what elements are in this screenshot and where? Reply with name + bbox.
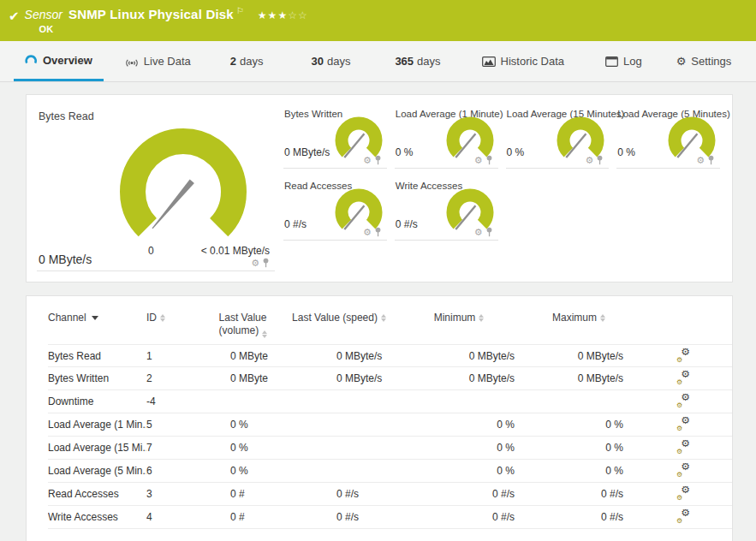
channel-gear-icon[interactable]: ⚙ <box>696 156 705 165</box>
channel-gear-icon[interactable]: ⚙ <box>363 156 372 165</box>
gauge-dial <box>665 115 718 161</box>
pin-icon[interactable] <box>374 227 382 237</box>
pin-icon[interactable] <box>485 155 493 165</box>
cell-last_volume: 0 # <box>202 488 283 500</box>
cell-last_speed: 0 #/s <box>283 511 395 523</box>
gauge-read-accesses: Read Accesses0 #/s⚙ <box>283 177 387 241</box>
cell-channel: Load Average (5 Min... <box>48 465 146 477</box>
tab-label: days <box>417 55 440 68</box>
column-header-label: Channel <box>48 312 86 324</box>
tab-30-days[interactable]: 30days <box>300 41 361 81</box>
pin-icon[interactable] <box>485 227 493 237</box>
page-title: SNMP Linux Physical Disk <box>68 7 234 21</box>
priority-star-filled-icon[interactable]: ★ <box>277 9 288 21</box>
channel-settings-icon[interactable]: ⚙⚙ <box>676 417 690 430</box>
broadcast-icon <box>125 56 139 67</box>
channel-settings-icon[interactable]: ⚙⚙ <box>676 371 690 383</box>
gauge-scale-min: 0 <box>148 245 154 257</box>
priority-star-filled-icon[interactable]: ★ <box>258 9 268 21</box>
sort-icon[interactable] <box>600 314 605 322</box>
cell-max: 0 % <box>523 442 634 454</box>
column-header[interactable]: Channel <box>48 312 146 324</box>
pin-icon[interactable] <box>596 155 604 165</box>
column-header[interactable]: Last Value(volume) <box>202 312 283 338</box>
cell-max: 0 #/s <box>523 488 634 500</box>
gauge-dial <box>332 115 385 161</box>
channel-table-body: Bytes Read10 MByte0 MByte/s0 MByte/s0 MB… <box>48 344 732 529</box>
cell-last_speed: 0 MByte/s <box>283 372 395 384</box>
gauge-load-average-5-minutes: Load Average (5 Minutes)0 %⚙ <box>616 105 720 169</box>
tab-number: 2 <box>230 55 236 68</box>
tab-2-days[interactable]: 2days <box>219 41 275 81</box>
cell-channel: Write Accesses <box>48 511 146 523</box>
column-header-label: Last Value (speed) <box>292 312 378 324</box>
cell-min: 0 #/s <box>395 511 523 523</box>
tab-live-data[interactable]: Live Data <box>114 41 202 81</box>
column-header[interactable]: Last Value (speed) <box>283 312 395 324</box>
table-row[interactable]: Downtime-4⚙⚙ <box>48 390 732 413</box>
tab-historic-data[interactable]: Historic Data <box>471 41 575 81</box>
priority-flag-icon: ⚐ <box>236 6 244 15</box>
settings-gear-icon: ⚙ <box>676 55 687 68</box>
tab-settings[interactable]: ⚙Settings <box>665 41 743 81</box>
gauge-dial <box>443 187 497 233</box>
column-header[interactable]: ID <box>146 312 202 324</box>
priority-star-empty-icon[interactable]: ☆ <box>298 9 308 21</box>
table-row[interactable]: Load Average (5 Min...60 %0 %0 %⚙⚙ <box>48 460 732 483</box>
cell-actions: ⚙⚙ <box>634 509 732 525</box>
cell-actions: ⚙⚙ <box>634 394 732 409</box>
gauge-needle <box>150 180 193 231</box>
channel-gear-icon[interactable]: ⚙ <box>474 156 483 165</box>
cell-max: 0 MByte/s <box>523 350 634 362</box>
table-row[interactable]: Bytes Written20 MByte0 MByte/s0 MByte/s0… <box>48 367 732 390</box>
gauges-panel: Bytes Read 0 < 0.01 MByte/s 0 MByte/s ⚙ … <box>26 94 733 282</box>
tab-label: Historic Data <box>501 55 564 68</box>
priority-stars[interactable]: ★★★☆☆ <box>258 9 308 21</box>
table-row[interactable]: Read Accesses30 #0 #/s0 #/s0 #/s⚙⚙ <box>48 483 732 506</box>
sort-icon[interactable] <box>479 314 484 322</box>
tab-overview[interactable]: Overview <box>14 41 104 81</box>
channel-settings-icon[interactable]: ⚙⚙ <box>676 394 690 407</box>
tab-log[interactable]: Log <box>594 41 653 81</box>
channel-table-header: ChannelIDLast Value(volume) Last Value (… <box>48 308 732 344</box>
sort-icon[interactable] <box>160 314 165 322</box>
cell-channel: Bytes Written <box>48 372 146 384</box>
pin-icon[interactable] <box>707 155 715 165</box>
cell-channel: Read Accesses <box>48 488 146 500</box>
channel-settings-icon[interactable]: ⚙⚙ <box>676 440 690 453</box>
channel-settings-icon[interactable]: ⚙⚙ <box>676 486 690 499</box>
column-header[interactable]: Minimum <box>395 312 523 324</box>
cell-last_volume: 0 # <box>202 511 283 523</box>
tab-number: 30 <box>311 55 323 68</box>
table-row[interactable]: Bytes Read10 MByte0 MByte/s0 MByte/s0 MB… <box>48 344 732 367</box>
table-row[interactable]: Load Average (1 Min...50 %0 %0 %⚙⚙ <box>48 413 732 437</box>
channel-gear-icon[interactable]: ⚙ <box>474 228 483 237</box>
channel-gear-icon[interactable]: ⚙ <box>363 228 372 237</box>
channel-gear-icon[interactable]: ⚙ <box>251 259 259 268</box>
cell-max: 0 MByte/s <box>523 372 634 384</box>
channel-settings-icon[interactable]: ⚙⚙ <box>676 509 690 522</box>
tab-label: Settings <box>691 55 731 68</box>
pin-icon[interactable] <box>374 155 382 165</box>
gauge-value: 0 MByte/s <box>39 253 92 266</box>
gauge-dial <box>332 187 385 233</box>
channel-gear-icon[interactable]: ⚙ <box>585 156 593 165</box>
status-ok-check-icon: ✔ <box>9 9 20 24</box>
cell-channel: Bytes Read <box>48 350 146 362</box>
cell-max: 0 % <box>523 465 634 477</box>
channel-settings-icon[interactable]: ⚙⚙ <box>676 348 690 361</box>
gauge-value: 0 MByte/s <box>284 146 330 158</box>
priority-star-filled-icon[interactable]: ★ <box>268 9 278 21</box>
channel-settings-icon[interactable]: ⚙⚙ <box>676 463 690 476</box>
cell-last_speed: 0 #/s <box>283 488 395 500</box>
priority-star-empty-icon[interactable]: ☆ <box>288 9 298 21</box>
tab-365-days[interactable]: 365days <box>384 41 451 81</box>
table-row[interactable]: Load Average (15 Mi...70 %0 %0 %⚙⚙ <box>48 437 732 460</box>
sort-icon[interactable] <box>381 314 386 322</box>
column-header[interactable]: Maximum <box>523 312 634 324</box>
cell-id: 3 <box>146 488 202 500</box>
sort-desc-icon[interactable] <box>92 316 98 320</box>
table-row[interactable]: Write Accesses40 #0 #/s0 #/s0 #/s⚙⚙ <box>48 506 732 529</box>
sort-icon[interactable] <box>262 330 267 338</box>
pin-icon[interactable] <box>262 258 270 268</box>
